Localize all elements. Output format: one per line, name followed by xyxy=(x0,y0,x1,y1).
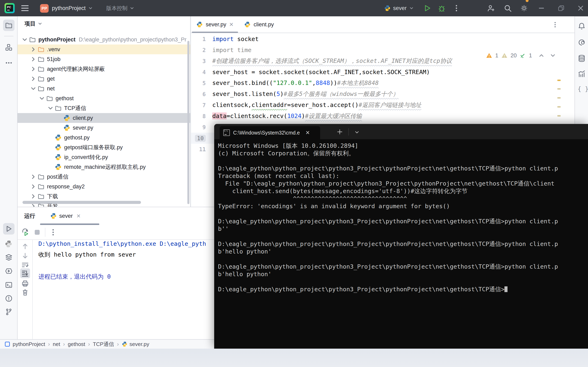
project-badge[interactable]: PP xyxy=(40,4,49,13)
chevron-expanded-icon[interactable] xyxy=(38,95,45,102)
rerun-icon[interactable] xyxy=(21,228,29,236)
terminal-titlebar[interactable]: C:\Windows\System32\cmd.e ✕ xyxy=(214,124,588,139)
run-more-options-icon[interactable] xyxy=(49,228,57,236)
tab-client-py[interactable]: client.py xyxy=(239,16,279,33)
tree-item-TCP通信[interactable]: TCP通信 xyxy=(17,103,191,113)
more-actions-icon[interactable] xyxy=(452,0,460,16)
stop-icon[interactable] xyxy=(33,228,41,236)
breadcrumb[interactable]: pythonProject›net›gethost›TCP通信›sever.py xyxy=(13,341,149,348)
plots-icon[interactable] xyxy=(578,70,586,78)
clear-icon[interactable] xyxy=(21,288,29,297)
cmd-window[interactable]: C:\Windows\System32\cmd.e ✕ Microsoft Wi… xyxy=(214,124,588,349)
chevron-collapsed-icon[interactable] xyxy=(30,56,37,63)
tree-item-ip_convert转化.py[interactable]: ip_convert转化.py xyxy=(17,152,191,162)
chevron-expanded-icon[interactable] xyxy=(30,85,37,92)
code-line-6[interactable]: 6sever_host.listen(5)#最多5个服务端（windows一般最… xyxy=(191,89,574,100)
tool-more-icon[interactable] xyxy=(3,57,15,69)
chevron-collapsed-icon[interactable] xyxy=(30,183,37,190)
breadcrumb-item[interactable]: gethost xyxy=(68,341,85,347)
tool-version-control-icon[interactable] xyxy=(3,306,15,317)
project-switcher[interactable]: pythonProject xyxy=(52,0,93,16)
code-line-5[interactable]: 5sever_host.bind(("127.0.0.1",8848))#本地主… xyxy=(191,78,574,89)
close-terminal-tab-icon[interactable]: ✕ xyxy=(306,130,310,136)
soft-wrap-icon[interactable] xyxy=(21,261,29,269)
tree-item-net[interactable]: net xyxy=(17,84,191,93)
terminal-line: ^^^^^^^^^^^^^^^^^^^^^^^^^^^^^^^^ xyxy=(218,195,586,202)
tool-run-icon[interactable] xyxy=(3,223,15,234)
minimize-button[interactable] xyxy=(537,0,545,16)
search-icon[interactable] xyxy=(504,0,512,16)
tree-item-remote_machine远程抓取主机.py[interactable]: remote_machine远程抓取主机.py xyxy=(17,162,191,172)
code-line-4[interactable]: 4sever_host = socket.socket(socket.AF_IN… xyxy=(191,67,574,78)
print-icon[interactable] xyxy=(21,279,29,288)
tree-horizontal-scrollbar[interactable] xyxy=(23,201,141,204)
chevron-expanded-icon[interactable] xyxy=(21,36,28,43)
project-name: pythonProject xyxy=(52,5,85,11)
pycharm-logo-icon[interactable]: PC xyxy=(5,3,15,13)
chevron-expanded-icon[interactable] xyxy=(47,105,54,112)
tree-item-sever.py[interactable]: sever.py xyxy=(17,123,191,133)
tree-item-post通信[interactable]: post通信 xyxy=(17,172,191,182)
tool-problems-icon[interactable] xyxy=(3,293,15,304)
code-line-7[interactable]: 7clientsock,clientaddr=sever_host.accept… xyxy=(191,100,574,111)
close-tab-icon[interactable]: ✕ xyxy=(229,21,234,28)
tool-python-console-icon[interactable] xyxy=(3,265,15,277)
scroll-down-icon[interactable] xyxy=(21,252,29,260)
debug-button[interactable] xyxy=(438,0,446,16)
code-structure-icon[interactable]: { } xyxy=(578,85,586,93)
code-line-8[interactable]: 8data=clientsock.recv(1024)#设置最大缓冲区传输 xyxy=(191,111,574,122)
chevron-collapsed-icon[interactable] xyxy=(30,193,37,200)
tree-item-response_day2[interactable]: response_day2 xyxy=(17,182,191,192)
tree-item-gethost.py[interactable]: gethost.py xyxy=(17,133,191,142)
tab-sever-py[interactable]: sever.py ✕ xyxy=(191,16,239,33)
tree-item-getpost端口服务获取.py[interactable]: getpost端口服务获取.py xyxy=(17,142,191,152)
terminal-line: File "D:\eagle_python\python_project\pyt… xyxy=(218,180,586,187)
terminal-output[interactable]: Microsoft Windows [版本 10.0.26100.2894](c… xyxy=(218,142,586,346)
close-button[interactable] xyxy=(577,0,585,16)
tool-services-icon[interactable] xyxy=(3,251,15,263)
run-tab-sever[interactable]: sever ✕ xyxy=(50,207,81,225)
tool-python-packages-icon[interactable] xyxy=(3,238,15,250)
tree-item-get[interactable]: get xyxy=(17,74,191,84)
tree-item-pythonProject[interactable]: pythonProjectD:\eagle_python\python_proj… xyxy=(17,35,191,44)
add-user-icon[interactable] xyxy=(487,0,495,16)
tree-item-51job[interactable]: 51job xyxy=(17,54,191,64)
new-tab-icon[interactable] xyxy=(336,128,343,135)
breadcrumb-item[interactable]: TCP通信 xyxy=(93,341,114,348)
tab-dropdown-icon[interactable] xyxy=(354,129,360,135)
scroll-up-icon[interactable] xyxy=(21,242,29,250)
ai-assistant-icon[interactable] xyxy=(578,38,586,47)
maximize-button[interactable] xyxy=(557,0,565,16)
tree-item-下载[interactable]: 下载 xyxy=(17,192,191,201)
editor-options-icon[interactable] xyxy=(552,21,559,28)
chevron-collapsed-icon[interactable] xyxy=(30,46,37,53)
tree-item-.venv[interactable]: .venv xyxy=(17,44,191,54)
database-icon[interactable] xyxy=(578,54,586,62)
tree-item-agent代理解决网站屏蔽[interactable]: agent代理解决网站屏蔽 xyxy=(17,64,191,74)
chevron-collapsed-icon[interactable] xyxy=(30,75,37,82)
run-button[interactable] xyxy=(423,0,432,16)
breadcrumb-item[interactable]: sever.py xyxy=(129,341,149,347)
project-panel-header[interactable]: 项目 xyxy=(25,20,43,27)
chevron-collapsed-icon[interactable] xyxy=(30,66,37,73)
tool-structure-icon[interactable] xyxy=(3,42,15,53)
tree-vertical-scrollbar[interactable] xyxy=(187,41,189,204)
settings-icon[interactable] xyxy=(520,0,528,16)
tree-item-client.py[interactable]: client.py xyxy=(17,113,191,123)
breadcrumb-item[interactable]: pythonProject xyxy=(13,341,45,347)
run-config-selector[interactable]: sever xyxy=(384,0,414,16)
tool-terminal-icon[interactable] xyxy=(3,279,15,291)
notifications-icon[interactable] xyxy=(578,22,586,30)
main-menu-icon[interactable] xyxy=(21,5,29,11)
breadcrumb-item[interactable]: net xyxy=(53,341,60,347)
chevron-collapsed-icon[interactable] xyxy=(30,173,37,180)
vcs-menu[interactable]: 版本控制 xyxy=(106,0,135,16)
scroll-to-end-icon[interactable] xyxy=(20,268,30,278)
tree-item-gethost[interactable]: gethost xyxy=(17,93,191,103)
windows-taskbar: 搜索 PC >_ 英 S xyxy=(0,349,588,367)
inspections-widget[interactable]: 1 20 1 xyxy=(486,52,556,59)
terminal-tab[interactable]: C:\Windows\System32\cmd.e ✕ xyxy=(220,126,320,139)
tool-project-icon[interactable] xyxy=(3,20,15,31)
code-line-1[interactable]: 1import socket xyxy=(191,33,574,44)
close-run-tab-icon[interactable]: ✕ xyxy=(77,213,81,219)
